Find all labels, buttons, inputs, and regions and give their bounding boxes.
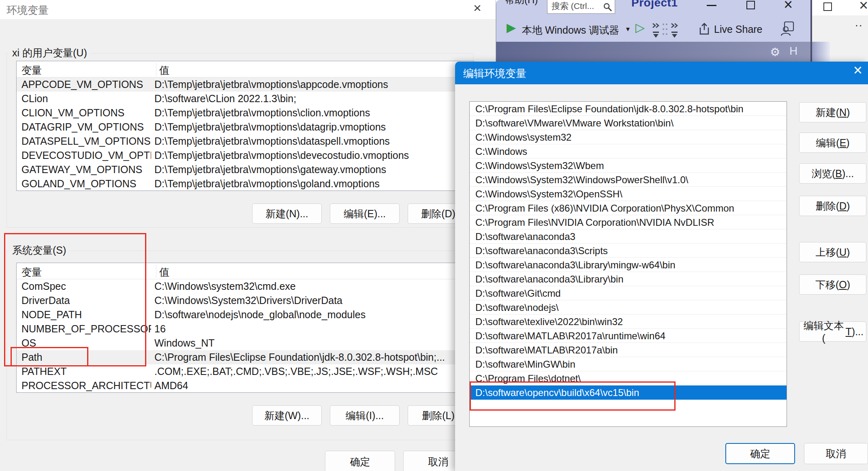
variable-value: D:\Temp\jetbra\jetbra\vmoptions\dataspel… <box>151 134 474 148</box>
maximize-icon[interactable] <box>823 2 832 11</box>
path-list-item[interactable]: D:\software\VMware\VMware Workstation\bi… <box>470 116 787 130</box>
ok-button[interactable]: 确定 <box>725 443 795 464</box>
table-row[interactable]: CLionD:\software\CLion 2022.1.3\bin; <box>17 92 474 106</box>
move-up-button[interactable]: 上移(U) <box>799 242 866 262</box>
live-share-icon[interactable] <box>698 22 711 36</box>
table-header: 变量 值 <box>17 263 474 279</box>
button-label: 编辑( <box>816 136 839 150</box>
button-label: 新建( <box>816 106 839 119</box>
path-list-item[interactable]: D:\software\anaconda3\Scripts <box>470 244 787 258</box>
table-row[interactable]: PATHEXT.COM;.EXE;.BAT;.CMD;.VBS;.VBE;.JS… <box>17 364 474 379</box>
cancel-button[interactable]: 取消 <box>804 443 868 464</box>
maximize-icon[interactable] <box>746 1 755 9</box>
path-list-item[interactable]: D:\software\anaconda3\Library\mingw-w64\… <box>470 258 787 272</box>
edit-path-button[interactable]: 编辑(E) <box>799 133 866 153</box>
ellipsis-menu-icon[interactable]: .. <box>855 16 863 29</box>
layout-h-icon[interactable]: H <box>789 45 797 58</box>
path-list[interactable]: C:\Program Files\Eclipse Foundation\jdk-… <box>469 101 787 427</box>
path-list-item[interactable]: C:\Windows <box>470 144 787 158</box>
path-list-item[interactable]: D:\software\Git\cmd <box>470 286 787 300</box>
path-list-item[interactable]: C:\Windows\System32\WindowsPowerShell\v1… <box>470 173 787 187</box>
column-header-variable[interactable]: 变量 <box>21 64 42 77</box>
variable-value: D:\Temp\jetbra\jetbra\vmoptions\clion.vm… <box>151 106 474 120</box>
path-list-item[interactable]: D:\software\MinGW\bin <box>470 357 787 371</box>
user-new-button[interactable]: 新建(N)... <box>252 203 322 224</box>
path-list-item[interactable]: D:\software\MATLAB\R2017a\bin <box>470 343 787 357</box>
close-icon[interactable]: × <box>853 62 862 79</box>
delete-path-button[interactable]: 删除(D) <box>799 196 866 216</box>
table-row[interactable]: NUMBER_OF_PROCESSORS16 <box>17 322 474 336</box>
table-row[interactable]: DriverDataC:\Windows\System32\Drivers\Dr… <box>17 293 474 308</box>
variable-name: NODE_PATH <box>17 308 151 322</box>
table-row[interactable]: PROCESSOR_ARCHITECTU...AMD64 <box>17 379 474 393</box>
gear-icon[interactable]: ⚙ <box>770 45 780 59</box>
user-edit-button[interactable]: 编辑(E)... <box>330 203 400 224</box>
table-row[interactable]: PathC:\Program Files\Eclipse Foundation\… <box>17 350 474 364</box>
button-label: O <box>839 279 847 291</box>
variable-value: D:\Temp\jetbra\jetbra\vmoptions\devecost… <box>151 148 474 163</box>
system-new-button[interactable]: 新建(W)... <box>252 405 322 426</box>
path-list-item[interactable]: C:\Program Files (x86)\NVIDIA Corporatio… <box>470 201 787 215</box>
table-row[interactable]: DATASPELL_VM_OPTIONSD:\Temp\jetbra\jetbr… <box>17 134 474 148</box>
table-row[interactable]: DATAGRIP_VM_OPTIONSD:\Temp\jetbra\jetbra… <box>17 120 474 134</box>
variable-name: ComSpec <box>17 279 151 293</box>
minimize-icon[interactable] <box>707 5 716 6</box>
variable-name: PROCESSOR_ARCHITECTU... <box>17 379 151 393</box>
browse-button[interactable]: 浏览(B)... <box>799 163 866 184</box>
path-list-item[interactable]: D:\software\anaconda3\Library\bin <box>470 272 787 286</box>
edit-environment-variable-dialog: 编辑环境变量 × C:\Program Files\Eclipse Founda… <box>455 62 868 471</box>
table-row[interactable]: OSWindows_NT <box>17 336 474 350</box>
edit-text-button[interactable]: 编辑文本(T)... <box>799 321 866 342</box>
path-list-item[interactable]: C:\Program Files\Eclipse Foundation\jdk-… <box>470 102 787 116</box>
path-list-item[interactable]: C:\Windows\System32\OpenSSH\ <box>470 187 787 201</box>
search-input[interactable]: 搜索 (Ctrl... <box>547 0 615 14</box>
system-variables-table[interactable]: 变量 值 ComSpecC:\Windows\system32\cmd.exeD… <box>16 263 474 393</box>
path-list-item[interactable]: D:\software\anaconda3 <box>470 229 787 244</box>
move-down-button[interactable]: 下移(O) <box>799 274 866 295</box>
table-row[interactable]: ComSpecC:\Windows\system32\cmd.exe <box>17 279 474 293</box>
path-list-item[interactable]: C:\Windows\system32 <box>470 130 787 144</box>
button-label: )... <box>852 326 864 338</box>
path-list-item[interactable]: D:\software\texlive\2022\bin\win32 <box>470 315 787 329</box>
table-row[interactable]: DEVECOSTUDIO_VM_OPTI...D:\Temp\jetbra\je… <box>17 148 474 163</box>
table-row[interactable]: APPCODE_VM_OPTIONSD:\Temp\jetbra\jetbra\… <box>17 77 474 92</box>
variable-value: .COM;.EXE;.BAT;.CMD;.VBS;.VBE;.JS;.JSE;.… <box>151 364 474 379</box>
table-row[interactable]: GATEWAY_VM_OPTIONSD:\Temp\jetbra\jetbra\… <box>17 163 474 177</box>
new-path-button[interactable]: 新建(N) <box>799 102 866 122</box>
local-windows-debugger-button[interactable]: 本地 Windows 调试器 <box>522 24 619 37</box>
start-debug-icon[interactable]: ▶ <box>507 20 516 34</box>
table-row[interactable]: NODE_PATHD:\software\nodejs\node_global\… <box>17 308 474 322</box>
table-row[interactable]: CLION_VM_OPTIONSD:\Temp\jetbra\jetbra\vm… <box>17 106 474 120</box>
path-list-item[interactable]: D:\software\MATLAB\R2017a\runtime\win64 <box>470 329 787 343</box>
feedback-person-icon[interactable] <box>780 21 794 36</box>
variable-name: GOLAND_VM_OPTIONS <box>17 177 151 191</box>
live-share-button[interactable]: Live Share <box>714 24 763 35</box>
variable-value: AMD64 <box>151 379 474 393</box>
column-header-value[interactable]: 值 <box>159 64 169 77</box>
close-icon[interactable]: × <box>473 0 481 16</box>
path-list-item-selected[interactable]: D:\software\opencv\build\x64\vc15\bin <box>470 385 787 400</box>
path-list-item[interactable]: C:\Program Files\NVIDIA Corporation\NVID… <box>470 215 787 229</box>
table-row[interactable]: GOLAND_VM_OPTIONSD:\Temp\jetbra\jetbra\v… <box>17 177 474 191</box>
start-without-debug-icon[interactable]: ▷ <box>635 20 645 34</box>
dialog-titlebar: 环境变量 × <box>0 0 496 19</box>
path-list-item[interactable]: C:\Program Files\dotnet\ <box>470 371 787 385</box>
path-list-item[interactable]: C:\Windows\System32\Wbem <box>470 158 787 173</box>
close-icon[interactable]: × <box>784 0 793 13</box>
column-header-value[interactable]: 值 <box>159 265 169 279</box>
ok-button[interactable]: 确定 <box>325 451 395 471</box>
user-variables-table[interactable]: 变量 值 APPCODE_VM_OPTIONSD:\Temp\jetbra\je… <box>16 61 474 191</box>
variable-value: D:\Temp\jetbra\jetbra\vmoptions\appcode.… <box>151 77 474 92</box>
debug-step-icons[interactable] <box>652 21 678 40</box>
system-edit-button[interactable]: 编辑(I)... <box>330 405 400 426</box>
variable-value: C:\Windows\System32\Drivers\DriverData <box>151 293 474 308</box>
column-header-variable[interactable]: 变量 <box>21 265 42 279</box>
column-divider[interactable] <box>156 63 156 76</box>
column-divider[interactable] <box>156 265 156 278</box>
menu-item-help[interactable]: 帮助(H) <box>505 0 554 6</box>
path-list-item[interactable]: D:\software\nodejs\ <box>470 300 787 315</box>
button-label: 浏览( <box>812 167 835 180</box>
variable-value: D:\software\CLion 2022.1.3\bin; <box>151 92 474 106</box>
close-icon[interactable]: × <box>859 0 868 14</box>
chevron-down-icon[interactable]: ▼ <box>625 26 631 32</box>
